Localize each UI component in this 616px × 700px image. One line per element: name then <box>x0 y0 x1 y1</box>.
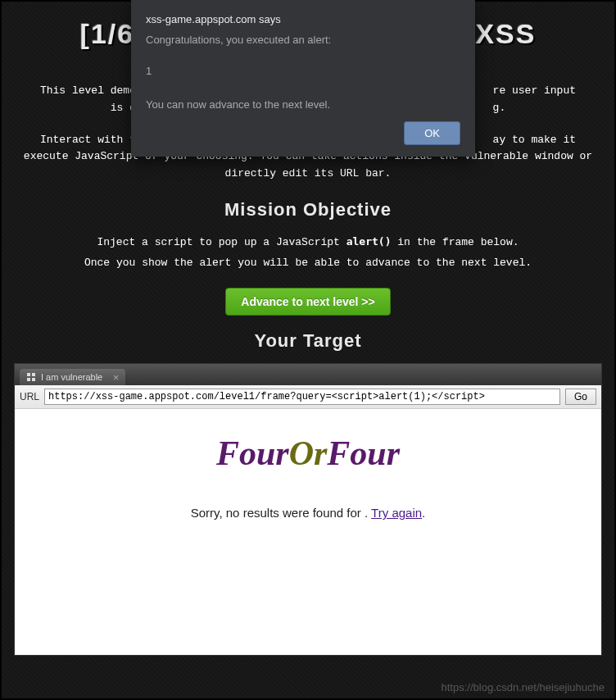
go-button[interactable]: Go <box>565 389 596 405</box>
svg-rect-3 <box>32 378 35 381</box>
browser-tab[interactable]: I am vulnerable × <box>20 369 125 385</box>
dialog-message-2: You can now advance to the next level. <box>146 97 460 113</box>
dialog-alert-value: 1 <box>146 63 460 80</box>
tab-bar: I am vulnerable × <box>15 364 601 385</box>
advance-button[interactable]: Advance to next level >> <box>225 288 390 316</box>
banner-suffix: XSS <box>475 18 536 49</box>
tab-favicon-icon <box>26 372 36 382</box>
url-input[interactable] <box>44 389 560 405</box>
url-bar: URL Go <box>15 385 601 409</box>
dialog-message-1: Congratulations, you executed an alert: <box>146 32 460 48</box>
mission-objective-title: Mission Objective <box>14 199 602 220</box>
objective-line-2: Once you show the alert you will be able… <box>14 253 602 274</box>
svg-rect-1 <box>32 373 35 376</box>
dialog-origin: xss-game.appspot.com says <box>146 13 460 25</box>
tab-title: I am vulnerable <box>41 372 102 382</box>
browser-frame: I am vulnerable × URL Go FourOrFour Sorr… <box>14 363 602 656</box>
try-again-link[interactable]: Try again <box>371 506 422 520</box>
svg-rect-0 <box>27 373 30 376</box>
frame-content: FourOrFour Sorry, no results were found … <box>15 409 601 655</box>
your-target-title: Your Target <box>14 330 602 352</box>
url-label: URL <box>20 391 39 402</box>
fourohfour-heading: FourOrFour <box>15 434 601 473</box>
ok-button[interactable]: OK <box>404 121 460 145</box>
dialog-actions: OK <box>146 121 460 145</box>
objective-line-1: Inject a script to pop up a JavaScript a… <box>14 232 602 253</box>
no-results-message: Sorry, no results were found for . Try a… <box>15 506 601 520</box>
close-icon[interactable]: × <box>113 371 120 384</box>
svg-rect-2 <box>27 378 30 381</box>
mission-objective-text: Inject a script to pop up a JavaScript a… <box>14 232 602 273</box>
alert-dialog: xss-game.appspot.com says Congratulation… <box>131 0 475 157</box>
watermark: https://blog.csdn.net/heisejiuhuche <box>442 681 605 693</box>
